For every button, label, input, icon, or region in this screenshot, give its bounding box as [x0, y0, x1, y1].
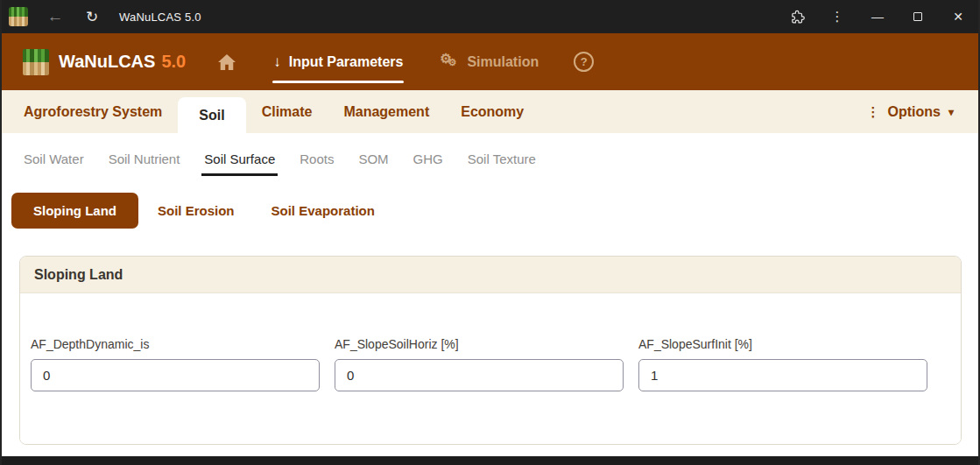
app-favicon-icon: [9, 7, 28, 26]
field-af-slopesurfinit: AF_SlopeSurfInit [%]: [638, 337, 927, 391]
nav-input-parameters[interactable]: ↓ Input Parameters: [273, 53, 403, 71]
field-label: AF_SlopeSurfInit [%]: [638, 337, 927, 351]
home-icon[interactable]: [217, 53, 236, 71]
card-title: Sloping Land: [20, 257, 961, 293]
maximize-icon: [913, 12, 922, 21]
help-icon[interactable]: ?: [574, 52, 594, 72]
subtab-soil-nutrient[interactable]: Soil Nutrient: [109, 151, 180, 166]
field-af-depthdynamic: AF_DepthDynamic_is: [31, 337, 320, 391]
brand-name: WaNuLCAS: [59, 52, 155, 72]
subtab-ghg[interactable]: GHG: [413, 151, 443, 166]
sloping-land-card: Sloping Land AF_DepthDynamic_is AF_Slope…: [19, 256, 962, 445]
gear-small-icon: ⚙: [448, 57, 456, 68]
window-title: WaNuLCAS 5.0: [119, 11, 201, 24]
tab-economy[interactable]: Economy: [445, 90, 539, 133]
field-label: AF_SlopeSoilHoriz [%]: [335, 337, 624, 351]
tab-climate[interactable]: Climate: [246, 90, 328, 133]
card-body: AF_DepthDynamic_is AF_SlopeSoilHoriz [%]…: [20, 293, 961, 444]
soil-subtabs: Soil Water Soil Nutrient Soil Surface Ro…: [2, 133, 978, 184]
tab-agroforestry-system[interactable]: Agroforestry System: [8, 90, 178, 133]
app-header: WaNuLCAS 5.0 ↓ Input Parameters ⚙ ⚙ Simu…: [2, 33, 978, 90]
subtab-soil-water[interactable]: Soil Water: [24, 151, 84, 166]
close-button[interactable]: ✕: [938, 0, 978, 33]
brand-version: 5.0: [161, 52, 186, 72]
subtab-soil-surface[interactable]: Soil Surface: [204, 151, 275, 166]
titlebar-controls: ⋮ — ✕: [777, 0, 978, 33]
af-depthdynamic-input[interactable]: [31, 359, 320, 391]
pill-soil-evaporation[interactable]: Soil Evaporation: [254, 193, 392, 229]
kebab-menu-icon: ⋮: [867, 104, 880, 120]
gears-icon: ⚙ ⚙: [440, 53, 459, 71]
window-bottom-edge: [2, 456, 978, 465]
af-slopesurfinit-input[interactable]: [638, 359, 927, 391]
caret-down-icon: ▾: [948, 106, 954, 118]
field-label: AF_DepthDynamic_is: [31, 337, 320, 351]
extensions-puzzle-icon[interactable]: [777, 0, 817, 33]
titlebar: ← ↻ WaNuLCAS 5.0 ⋮ — ✕: [2, 0, 978, 33]
refresh-icon[interactable]: ↻: [81, 8, 103, 26]
subtab-roots[interactable]: Roots: [300, 151, 334, 166]
subtab-soil-texture[interactable]: Soil Texture: [468, 151, 536, 166]
soil-surface-pills: Sloping Land Soil Erosion Soil Evaporati…: [2, 184, 978, 229]
nav-input-parameters-label: Input Parameters: [289, 54, 404, 70]
options-label: Options: [888, 104, 941, 120]
download-arrow-icon: ↓: [273, 53, 281, 71]
back-icon[interactable]: ←: [44, 7, 67, 26]
nav-simulation-label: Simulation: [467, 54, 539, 70]
field-af-slopesoilhoriz: AF_SlopeSoilHoriz [%]: [335, 337, 624, 391]
minimize-button[interactable]: —: [857, 0, 898, 33]
main-tabbar: Agroforestry System Soil Climate Managem…: [2, 90, 978, 133]
nav-simulation[interactable]: ⚙ ⚙ Simulation: [440, 53, 539, 71]
parameter-form-row: AF_DepthDynamic_is AF_SlopeSoilHoriz [%]…: [31, 337, 947, 391]
browser-menu-icon[interactable]: ⋮: [817, 0, 857, 33]
tab-soil[interactable]: Soil: [178, 97, 245, 133]
tab-management[interactable]: Management: [328, 90, 445, 133]
subtab-som[interactable]: SOM: [358, 151, 388, 166]
options-button[interactable]: ⋮ Options ▾: [867, 104, 954, 120]
af-slopesoilhoriz-input[interactable]: [335, 359, 624, 391]
maximize-button[interactable]: [898, 0, 938, 33]
app-window: ← ↻ WaNuLCAS 5.0 ⋮ — ✕ WaNuLCAS 5.0 ↓ In…: [0, 0, 980, 465]
pill-sloping-land[interactable]: Sloping Land: [11, 193, 138, 229]
wanulcas-logo-icon: [23, 49, 49, 75]
pill-soil-erosion[interactable]: Soil Erosion: [140, 193, 252, 229]
